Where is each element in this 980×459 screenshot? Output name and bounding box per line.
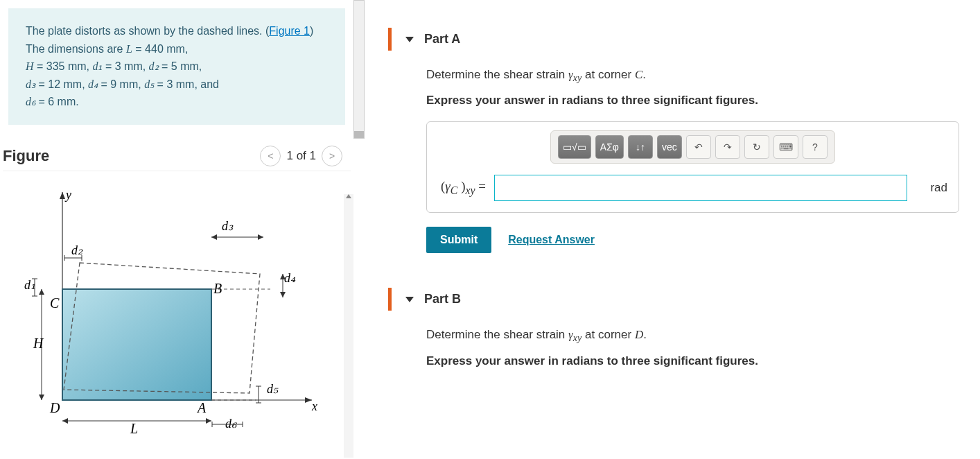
divider-scrollbar[interactable]	[353, 0, 365, 139]
d1-var: d₁	[92, 60, 102, 72]
answer-lhs: (γC )xy =	[438, 179, 489, 197]
part-a-prompt-pre: Determine the shear strain	[426, 68, 568, 81]
gamma-sub-b: xy	[573, 333, 582, 344]
corner-D-label: D	[49, 400, 60, 415]
L-var: L	[126, 43, 132, 55]
part-b-header[interactable]: Part B	[392, 288, 959, 311]
svg-marker-27	[39, 289, 44, 295]
corner-B-label: B	[213, 281, 222, 296]
d1-val: = 3 mm	[102, 60, 142, 72]
period: .	[76, 96, 78, 107]
d3-var: d₃	[26, 78, 35, 90]
part-a-instruct: Express your answer in radians to three …	[426, 94, 959, 107]
and-text: , and	[194, 78, 219, 90]
axis-x-label: x	[311, 399, 317, 413]
d5-var: d₅	[144, 78, 154, 90]
caret-down-icon	[405, 297, 414, 302]
templates-button[interactable]: ▭√▭	[558, 135, 591, 159]
part-a-prompt-post: at corner	[581, 68, 635, 81]
help-button[interactable]: ?	[803, 135, 828, 159]
part-b-body: Determine the shear strain γxy at corner…	[388, 311, 959, 367]
part-b-corner: D	[635, 328, 643, 341]
right-panel: Part A Determine the shear strain γxy at…	[367, 0, 980, 459]
part-b-prompt-post: at corner	[581, 328, 635, 341]
submit-button[interactable]: Submit	[426, 227, 491, 253]
d4-label: d₄	[284, 271, 296, 285]
d3-label: d₃	[222, 219, 234, 233]
problem-statement: The plate distorts as shown by the dashe…	[8, 8, 345, 125]
undo-button[interactable]: ↶	[686, 135, 711, 159]
corner-C-label: C	[50, 295, 60, 311]
svg-marker-19	[280, 292, 286, 297]
corner-A-label: A	[196, 400, 207, 415]
svg-rect-4	[62, 289, 211, 400]
left-scrollbar[interactable]	[344, 194, 353, 458]
figure-header: Figure < 1 of 1 >	[3, 125, 351, 171]
svg-marker-3	[305, 397, 312, 403]
greek-button[interactable]: ΑΣφ	[595, 135, 624, 159]
part-a-buttons: Submit Request Answer	[426, 227, 959, 253]
d2-val: = 5 mm	[159, 60, 199, 72]
part-a-body: Determine the shear strain γxy at corner…	[388, 51, 959, 253]
figure-link[interactable]: Figure 1	[269, 25, 310, 37]
part-a-title: Part A	[424, 32, 460, 46]
L-label: L	[130, 421, 138, 435]
d6-var: d₆	[26, 96, 35, 107]
answer-row: (γC )xy = rad	[438, 175, 947, 201]
part-a-header[interactable]: Part A	[392, 28, 959, 51]
part-a-corner: C	[635, 68, 642, 81]
panel-divider[interactable]	[353, 0, 367, 459]
axis-y-label: y	[64, 188, 71, 202]
gamma-sub: xy	[573, 72, 582, 83]
keyboard-button[interactable]: ⌨	[773, 135, 798, 159]
figure-prev-button[interactable]: <	[260, 146, 281, 166]
svg-marker-28	[39, 395, 44, 400]
svg-marker-31	[206, 418, 211, 424]
d5-val: = 3 mm	[154, 78, 194, 90]
H-var: H	[26, 60, 34, 72]
d6-label: d₆	[225, 417, 237, 431]
d2-label: d₂	[71, 243, 83, 257]
left-panel: The plate distorts as shown by the dashe…	[0, 0, 353, 459]
d2-var: d₂	[149, 60, 159, 72]
part-a-prompt: Determine the shear strain γxy at corner…	[426, 68, 959, 84]
H-val: = 335 mm	[34, 60, 87, 72]
answer-box-a: ▭√▭ ΑΣφ ↓↑ vec ↶ ↷ ↻ ⌨ ? (γC )xy = rad	[426, 121, 959, 213]
reset-button[interactable]: ↻	[744, 135, 769, 159]
caret-down-icon	[405, 37, 414, 42]
figure-title: Figure	[3, 147, 49, 165]
d6-val: = 6 mm	[35, 96, 76, 107]
redo-button[interactable]: ↷	[715, 135, 740, 159]
part-b-instruct: Express your answer in radians to three …	[426, 354, 959, 368]
d5-label: d₅	[267, 382, 279, 396]
svg-marker-15	[211, 234, 217, 240]
request-answer-link[interactable]: Request Answer	[508, 234, 595, 246]
problem-intro-a: The plate distorts as shown by the dashe…	[26, 25, 269, 37]
gamma-symbol-b: γ	[568, 328, 573, 341]
figure-nav: < 1 of 1 >	[260, 146, 342, 166]
figure-nav-label: 1 of 1	[286, 149, 316, 163]
part-b-prompt: Determine the shear strain γxy at corner…	[426, 328, 959, 344]
d4-val: = 9 mm	[98, 78, 138, 90]
part-a-section: Part A	[388, 28, 959, 51]
d3-val: = 12 mm	[35, 78, 82, 90]
svg-marker-16	[258, 234, 263, 240]
H-label: H	[33, 336, 44, 351]
figure-svg: y x d₁ d₂ d₃ d₄	[7, 185, 326, 435]
answer-unit: rad	[930, 181, 947, 195]
subscript-button[interactable]: ↓↑	[628, 135, 653, 159]
part-b-section: Part B	[388, 288, 959, 311]
answer-input-a[interactable]	[494, 175, 907, 201]
part-b-prompt-pre: Determine the shear strain	[426, 328, 568, 341]
L-val: = 440 mm	[132, 43, 185, 55]
figure-image: y x d₁ d₂ d₃ d₄	[0, 171, 353, 449]
vector-button[interactable]: vec	[657, 135, 682, 159]
d1-label: d₁	[24, 278, 35, 292]
gamma-symbol: γ	[568, 68, 573, 81]
equation-toolbar: ▭√▭ ΑΣφ ↓↑ vec ↶ ↷ ↻ ⌨ ?	[550, 130, 835, 164]
figure-next-button[interactable]: >	[322, 146, 342, 166]
divider-scrollbar-thumb[interactable]	[354, 131, 364, 138]
part-b-title: Part B	[424, 292, 461, 306]
svg-marker-1	[60, 192, 65, 199]
svg-marker-30	[62, 418, 68, 424]
